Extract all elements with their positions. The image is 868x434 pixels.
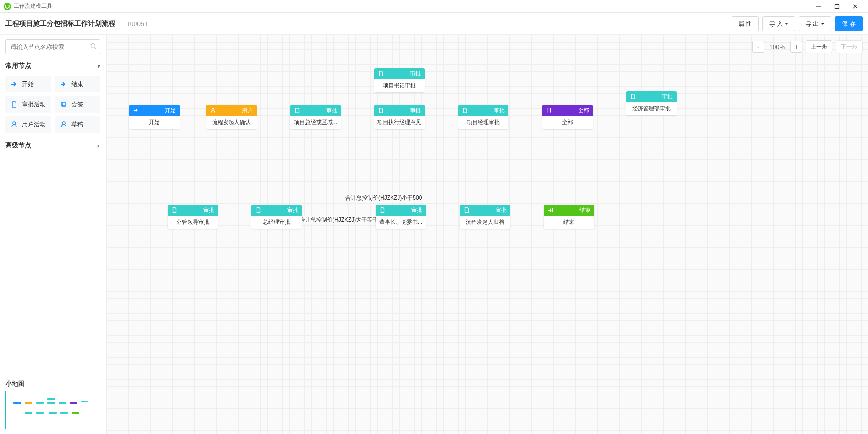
node-body: 董事长、党委书...	[376, 216, 426, 229]
export-button[interactable]: 导 出	[799, 16, 832, 31]
node-approve-archive[interactable]: 审批 流程发起人归档	[460, 205, 510, 229]
node-body: 分管领导审批	[168, 216, 218, 229]
window-maximize-button[interactable]	[828, 0, 846, 13]
node-header: 审批	[410, 70, 421, 78]
document-icon	[379, 207, 386, 213]
palette-start-label: 开始	[22, 80, 34, 88]
node-approve-division-lead[interactable]: 审批 分管领导审批	[168, 205, 218, 229]
node-approve-secretary[interactable]: 审批 项目书记审批	[374, 68, 425, 92]
sidebar: 常用节点 ▾ 开始 结束 审批活动 会签 用户活动	[0, 35, 106, 434]
flow-name: 工程项目施工分包招标工作计划流程	[5, 19, 115, 28]
search-box	[5, 39, 100, 54]
node-approve-exec-mgr[interactable]: 审批 项目执行经理意见	[374, 105, 425, 129]
node-header: 审批	[287, 206, 298, 214]
palette-end-label: 结束	[71, 80, 83, 88]
node-gateway-all[interactable]: 全部 全部	[542, 105, 593, 129]
export-label: 导 出	[806, 20, 819, 28]
arrow-right-icon	[10, 80, 18, 88]
palette-countersign[interactable]: 会签	[55, 96, 101, 113]
header: 工程项目施工分包招标工作计划流程 100051 属 性 导 入 导 出 保 存	[0, 13, 868, 35]
canvas[interactable]: - 100% + 上一步 下一步	[106, 35, 868, 434]
document-icon	[255, 207, 262, 213]
document-icon	[10, 100, 18, 108]
node-header: 开始	[165, 107, 176, 114]
flow-code: 100051	[126, 20, 148, 27]
node-body: 项目执行经理意见	[374, 116, 425, 129]
palette-end[interactable]: 结束	[55, 76, 101, 92]
document-icon	[378, 107, 384, 114]
node-approve-gm[interactable]: 审批 总经理审批	[251, 205, 302, 229]
node-approve-chairman[interactable]: 审批 董事长、党委书...	[376, 205, 426, 229]
draft-icon	[60, 120, 68, 129]
palette-start[interactable]: 开始	[5, 76, 51, 92]
svg-rect-1	[835, 4, 839, 8]
panel-advanced-nodes[interactable]: 高级节点 ▸	[5, 138, 100, 153]
stack-icon	[60, 100, 68, 108]
user-icon	[210, 107, 216, 114]
node-header: 审批	[326, 107, 337, 114]
palette-user[interactable]: 用户活动	[5, 116, 51, 133]
node-header: 结束	[579, 206, 590, 214]
palette-approve-label: 审批活动	[22, 100, 46, 108]
panel-common-label: 常用节点	[5, 62, 31, 70]
document-icon	[378, 71, 384, 77]
document-icon	[464, 207, 470, 213]
svg-point-9	[62, 122, 65, 125]
node-header: 审批	[203, 206, 214, 214]
node-header: 用户	[242, 107, 253, 114]
palette-draft[interactable]: 草稿	[55, 116, 101, 133]
chevron-down-icon: ▾	[98, 63, 100, 69]
node-user-initiator[interactable]: 用户 流程发起人确认	[206, 105, 257, 129]
node-body: 总经理审批	[251, 216, 302, 229]
document-icon	[294, 107, 300, 114]
chevron-down-icon	[821, 23, 824, 27]
parallel-icon	[546, 107, 552, 114]
node-start[interactable]: 开始 开始	[129, 105, 180, 129]
properties-button[interactable]: 属 性	[732, 16, 759, 31]
palette-user-label: 用户活动	[22, 120, 46, 129]
node-body: 流程发起人确认	[206, 116, 257, 129]
node-header: 审批	[662, 93, 673, 101]
palette-approve[interactable]: 审批活动	[5, 96, 51, 113]
node-header: 审批	[496, 206, 507, 214]
minimap[interactable]	[5, 391, 100, 429]
chevron-right-icon: ▸	[98, 143, 100, 149]
node-header: 审批	[410, 107, 421, 114]
svg-point-10	[212, 108, 214, 110]
node-body: 结束	[544, 216, 594, 229]
node-header: 审批	[411, 206, 422, 214]
node-approve-econ-dept[interactable]: 审批 经济管理部审批	[626, 91, 677, 115]
node-end[interactable]: 结束 结束	[544, 205, 594, 229]
window-titlebar: 工作流建模工具	[0, 0, 868, 13]
node-approve-proj-mgr[interactable]: 审批 项目经理审批	[458, 105, 508, 129]
svg-rect-7	[62, 103, 66, 107]
node-approve-region[interactable]: 审批 项目总经或区域...	[290, 105, 341, 129]
import-label: 导 入	[769, 20, 783, 28]
minimap-title: 小地图	[5, 380, 100, 388]
arrow-right-icon	[133, 107, 139, 114]
search-input[interactable]	[5, 39, 100, 54]
panel-advanced-label: 高级节点	[5, 141, 31, 150]
palette-countersign-label: 会签	[71, 100, 83, 108]
app-icon	[4, 3, 11, 10]
node-body: 项目书记审批	[374, 79, 425, 92]
save-button[interactable]: 保 存	[835, 16, 863, 31]
node-body: 项目经理审批	[458, 116, 508, 129]
search-icon	[90, 43, 97, 51]
node-body: 项目总经或区域...	[290, 116, 341, 129]
panel-common-nodes[interactable]: 常用节点 ▾	[5, 59, 100, 73]
node-body: 开始	[129, 116, 180, 129]
node-header: 审批	[494, 107, 505, 114]
arrow-right-stop-icon	[547, 207, 554, 213]
node-body: 全部	[542, 116, 593, 129]
node-body: 流程发起人归档	[460, 216, 510, 229]
document-icon	[462, 107, 468, 114]
window-minimize-button[interactable]	[809, 0, 828, 13]
document-icon	[630, 93, 636, 100]
svg-point-8	[13, 122, 16, 125]
app-title: 工作流建模工具	[14, 2, 52, 10]
arrow-right-stop-icon	[60, 80, 68, 88]
node-header: 全部	[578, 107, 589, 114]
import-button[interactable]: 导 入	[762, 16, 795, 31]
window-close-button[interactable]	[846, 0, 864, 13]
